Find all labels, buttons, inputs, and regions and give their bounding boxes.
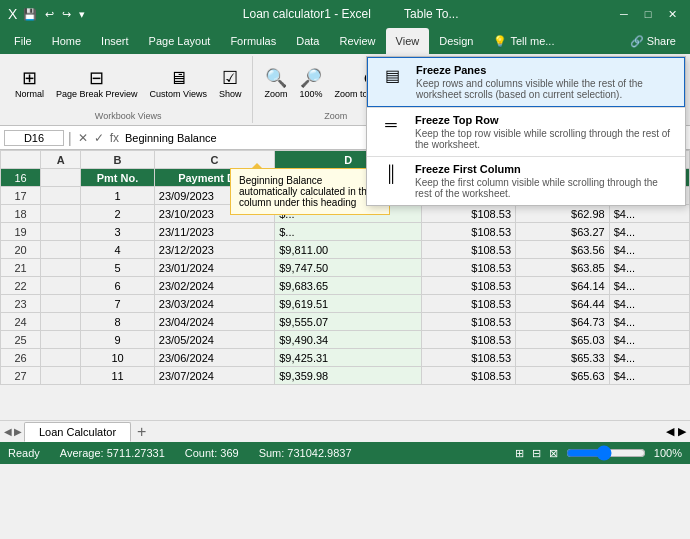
undo-button[interactable]: ↩: [43, 6, 56, 23]
view-layout-icon[interactable]: ⊟: [532, 447, 541, 460]
cell-b16[interactable]: Pmt No.: [81, 169, 155, 187]
horizontal-scroll-area[interactable]: ◀ ▶: [666, 425, 686, 438]
cell-b17[interactable]: 1: [81, 187, 155, 205]
zoom-button[interactable]: 🔍 Zoom: [259, 66, 292, 102]
cell-d21[interactable]: $9,747.50: [275, 259, 422, 277]
cell-d24[interactable]: $9,555.07: [275, 313, 422, 331]
cell-e19[interactable]: $108.53: [422, 223, 516, 241]
scroll-right-icon[interactable]: ▶: [678, 425, 686, 438]
cell-a21[interactable]: [41, 259, 81, 277]
cell-a23[interactable]: [41, 295, 81, 313]
cell-f20[interactable]: $63.56: [516, 241, 610, 259]
tab-page-layout[interactable]: Page Layout: [139, 28, 221, 54]
cell-c27[interactable]: 23/07/2024: [154, 367, 274, 385]
cell-b26[interactable]: 10: [81, 349, 155, 367]
scroll-left-icon[interactable]: ◀: [666, 425, 674, 438]
cell-f23[interactable]: $64.44: [516, 295, 610, 313]
cell-e24[interactable]: $108.53: [422, 313, 516, 331]
cell-g18[interactable]: $4...: [609, 205, 689, 223]
cell-g27[interactable]: $4...: [609, 367, 689, 385]
cell-d19[interactable]: $...: [275, 223, 422, 241]
cell-b24[interactable]: 8: [81, 313, 155, 331]
tab-review[interactable]: Review: [329, 28, 385, 54]
save-button[interactable]: 💾: [21, 6, 39, 23]
cell-a18[interactable]: [41, 205, 81, 223]
cell-f25[interactable]: $65.03: [516, 331, 610, 349]
col-header-b[interactable]: B: [81, 151, 155, 169]
cell-d26[interactable]: $9,425.31: [275, 349, 422, 367]
cell-a17[interactable]: [41, 187, 81, 205]
freeze-first-column-option[interactable]: ║ Freeze First Column Keep the first col…: [367, 157, 685, 205]
zoom-100-button[interactable]: 🔎 100%: [294, 66, 327, 102]
cell-a19[interactable]: [41, 223, 81, 241]
cell-g25[interactable]: $4...: [609, 331, 689, 349]
cell-f26[interactable]: $65.33: [516, 349, 610, 367]
tab-data[interactable]: Data: [286, 28, 329, 54]
cell-a16[interactable]: [41, 169, 81, 187]
cell-a24[interactable]: [41, 313, 81, 331]
page-break-preview-button[interactable]: ⊟ Page Break Preview: [51, 66, 143, 102]
show-button[interactable]: ☑ Show: [214, 66, 247, 102]
cell-e18[interactable]: $108.53: [422, 205, 516, 223]
normal-button[interactable]: ⊞ Normal: [10, 66, 49, 102]
cell-g22[interactable]: $4...: [609, 277, 689, 295]
cell-c21[interactable]: 23/01/2024: [154, 259, 274, 277]
cell-f19[interactable]: $63.27: [516, 223, 610, 241]
cell-e23[interactable]: $108.53: [422, 295, 516, 313]
cell-c22[interactable]: 23/02/2024: [154, 277, 274, 295]
cell-g19[interactable]: $4...: [609, 223, 689, 241]
tab-share[interactable]: 🔗 Share: [620, 28, 686, 54]
cell-a25[interactable]: [41, 331, 81, 349]
sheet-scroll-left-icon[interactable]: ◀: [4, 426, 12, 437]
tab-tell-me[interactable]: 💡 Tell me...: [483, 28, 564, 54]
cell-g20[interactable]: $4...: [609, 241, 689, 259]
cell-f21[interactable]: $63.85: [516, 259, 610, 277]
cell-c19[interactable]: 23/11/2023: [154, 223, 274, 241]
quick-access-dropdown[interactable]: ▾: [77, 6, 87, 23]
cell-e27[interactable]: $108.53: [422, 367, 516, 385]
cell-e22[interactable]: $108.53: [422, 277, 516, 295]
cell-e21[interactable]: $108.53: [422, 259, 516, 277]
cell-b27[interactable]: 11: [81, 367, 155, 385]
cell-d22[interactable]: $9,683.65: [275, 277, 422, 295]
cell-d25[interactable]: $9,490.34: [275, 331, 422, 349]
cell-e26[interactable]: $108.53: [422, 349, 516, 367]
col-header-a[interactable]: A: [41, 151, 81, 169]
cell-a22[interactable]: [41, 277, 81, 295]
cell-a27[interactable]: [41, 367, 81, 385]
cell-g24[interactable]: $4...: [609, 313, 689, 331]
cell-d27[interactable]: $9,359.98: [275, 367, 422, 385]
cell-b23[interactable]: 7: [81, 295, 155, 313]
minimize-button[interactable]: ─: [614, 4, 634, 24]
name-box[interactable]: [4, 130, 64, 146]
cell-a20[interactable]: [41, 241, 81, 259]
cell-g21[interactable]: $4...: [609, 259, 689, 277]
cell-g23[interactable]: $4...: [609, 295, 689, 313]
insert-function-icon[interactable]: fx: [108, 131, 121, 145]
cell-c24[interactable]: 23/04/2024: [154, 313, 274, 331]
cell-b19[interactable]: 3: [81, 223, 155, 241]
cell-b22[interactable]: 6: [81, 277, 155, 295]
redo-button[interactable]: ↪: [60, 6, 73, 23]
tab-formulas[interactable]: Formulas: [220, 28, 286, 54]
cell-e25[interactable]: $108.53: [422, 331, 516, 349]
close-button[interactable]: ✕: [662, 4, 682, 24]
sheet-tab-loan-calculator[interactable]: Loan Calculator: [24, 422, 131, 442]
tab-view[interactable]: View: [386, 28, 430, 54]
cell-e20[interactable]: $108.53: [422, 241, 516, 259]
cell-d20[interactable]: $9,811.00: [275, 241, 422, 259]
cell-b18[interactable]: 2: [81, 205, 155, 223]
cell-f24[interactable]: $64.73: [516, 313, 610, 331]
add-sheet-button[interactable]: +: [137, 423, 146, 441]
freeze-top-row-option[interactable]: ═ Freeze Top Row Keep the top row visibl…: [367, 108, 685, 156]
view-page-break-icon[interactable]: ⊠: [549, 447, 558, 460]
zoom-slider[interactable]: [566, 447, 646, 459]
cell-c25[interactable]: 23/05/2024: [154, 331, 274, 349]
sheet-scroll-right-icon[interactable]: ▶: [14, 426, 22, 437]
cell-b25[interactable]: 9: [81, 331, 155, 349]
cell-c23[interactable]: 23/03/2024: [154, 295, 274, 313]
custom-views-button[interactable]: 🖥 Custom Views: [145, 66, 212, 102]
cell-c26[interactable]: 23/06/2024: [154, 349, 274, 367]
tab-design[interactable]: Design: [429, 28, 483, 54]
cell-a26[interactable]: [41, 349, 81, 367]
